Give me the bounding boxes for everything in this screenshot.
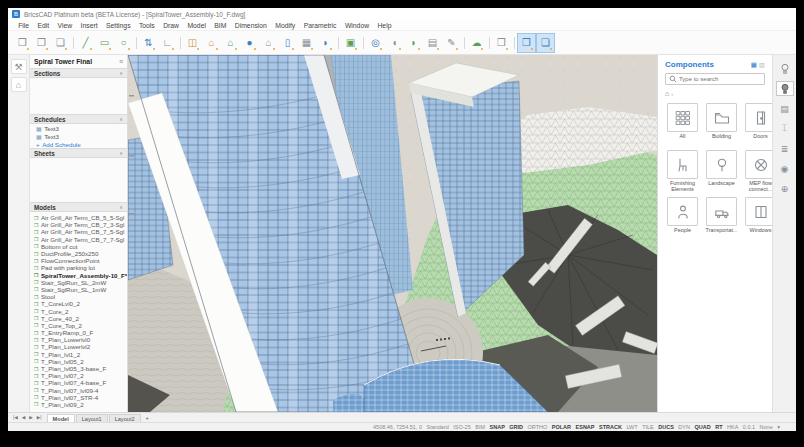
tile-furnishing[interactable]: Furnishing Elements xyxy=(665,150,700,192)
model-item[interactable]: ❒ Air Grill_Air Term_CB_7_7-Sgl xyxy=(30,236,127,243)
menu-item[interactable]: Draw xyxy=(159,22,183,29)
composition-icon[interactable]: ≣ xyxy=(776,141,794,156)
lightbulb-on-icon[interactable] xyxy=(776,81,794,96)
tile-landscape[interactable]: Landscape xyxy=(704,150,739,192)
model-item[interactable]: ❒ FlowConnectionPoint xyxy=(30,257,127,264)
menu-item[interactable]: Window xyxy=(341,22,374,29)
tile-building[interactable]: Building xyxy=(704,103,739,145)
status-field[interactable]: ISO-25 xyxy=(453,424,470,430)
model-item[interactable]: ❒ Stair_SglRun_SL_2mW xyxy=(30,279,127,286)
house-icon[interactable]: ⌂ xyxy=(202,33,221,53)
layout-tab[interactable]: Layout2 xyxy=(109,414,141,422)
building-icon[interactable]: ⌂ xyxy=(259,33,278,53)
status-field[interactable]: None xyxy=(760,424,773,430)
model-item[interactable]: ❒ Air Grill_Air Term_CB_7_3-Sgl xyxy=(30,221,127,228)
menu-item[interactable]: Model xyxy=(183,22,210,29)
shell-add-icon[interactable]: ◗ xyxy=(404,33,423,53)
annotate-icon[interactable]: ✎ xyxy=(442,33,461,53)
wall-icon[interactable]: ❐ xyxy=(32,33,51,53)
massing-icon[interactable]: ◗ xyxy=(316,33,335,53)
column-icon[interactable]: ◫ xyxy=(183,33,202,53)
menu-item[interactable]: Tools xyxy=(135,22,159,29)
status-field[interactable]: STRACK xyxy=(599,424,622,430)
status-field[interactable]: Standard xyxy=(426,424,448,430)
search-input[interactable] xyxy=(679,76,761,82)
render-sphere-icon[interactable]: ◉ xyxy=(776,161,794,176)
tile-transportation[interactable]: Transportat... xyxy=(704,197,739,239)
model-item[interactable]: ❒ T_Plan_lvl09_2 xyxy=(30,401,127,408)
section-plane-icon[interactable]: ⌶ xyxy=(776,121,794,136)
cloud-icon[interactable]: ☁ xyxy=(467,33,486,53)
menu-item[interactable]: Dimension xyxy=(231,22,271,29)
shaded-view-icon[interactable]: ❒ xyxy=(517,33,536,53)
status-field[interactable]: ▾ xyxy=(777,424,780,430)
status-field[interactable]: ESNAP xyxy=(576,424,595,430)
ucs-icon[interactable]: ⇅ xyxy=(139,33,158,53)
stamp-icon[interactable]: ▤ xyxy=(423,33,442,53)
model-item[interactable]: ❒ T_Core_40_2 xyxy=(30,315,127,322)
menu-item[interactable]: View xyxy=(53,22,76,29)
menu-item[interactable]: Settings xyxy=(102,22,135,29)
add-layout-button[interactable]: + xyxy=(142,413,153,422)
model-item[interactable]: ❒ T_Plan_Lowerlvl2 xyxy=(30,343,127,350)
sheets-header[interactable]: Sheets ∧ xyxy=(30,148,127,158)
sphere-icon[interactable]: ● xyxy=(240,33,259,53)
box-icon[interactable]: ❒ xyxy=(13,33,32,53)
model-item[interactable]: ❒ T_EntryRamp_0_F xyxy=(30,329,127,336)
profile-icon[interactable]: ∟ xyxy=(158,33,177,53)
model-item[interactable]: ❒ T_Core_2 xyxy=(30,307,127,314)
circle-icon[interactable]: ○ xyxy=(114,33,133,53)
model-item[interactable]: ❒ Air Grill_Air Term_CB_5_5-Sgl xyxy=(30,214,127,221)
tile-mep-flow[interactable]: MEP flow connect... xyxy=(743,150,772,192)
tile-doors[interactable]: Doors xyxy=(743,103,772,145)
globe-icon[interactable]: ⊕ xyxy=(776,181,794,196)
viewport-3d[interactable] xyxy=(128,55,657,412)
polyline-icon[interactable]: ▭ xyxy=(95,33,114,53)
model-item[interactable]: ❒ T_Plan_lvl1_2 xyxy=(30,351,127,358)
roof-icon[interactable]: ⌂ xyxy=(221,33,240,53)
add-schedule-link[interactable]: + Add Schedule xyxy=(30,140,127,148)
menu-item[interactable]: Insert xyxy=(76,22,101,29)
menu-item[interactable]: Modify xyxy=(271,22,299,29)
shell-icon[interactable]: ◖ xyxy=(385,33,404,53)
model-item[interactable]: ❒ T_Plan_lvl07_2 xyxy=(30,372,127,379)
model-item[interactable]: ❒ T_Plan_lvl05_2 xyxy=(30,358,127,365)
status-field[interactable]: DYN xyxy=(678,424,690,430)
model-item[interactable]: ❒ T_CoreLvl0_2 xyxy=(30,300,127,307)
schedule-item[interactable]: ▦ Text3 xyxy=(30,124,127,132)
model-item[interactable]: ❒ T_Plan_lvl05_3-base_F xyxy=(30,365,127,372)
status-field[interactable]: 0.0.1 xyxy=(743,424,755,430)
models-header[interactable]: Models ∧ xyxy=(30,202,127,212)
tools-icon[interactable]: ⚒ xyxy=(11,59,27,74)
tile-people[interactable]: People xyxy=(665,197,700,239)
tab-nav-arrow[interactable]: ▶ xyxy=(28,415,34,420)
wireframe-view-icon[interactable]: ❏ xyxy=(536,33,555,53)
status-field[interactable]: BIM xyxy=(475,424,485,430)
schedule-item[interactable]: ▦ Text3 xyxy=(30,132,127,140)
model-item[interactable]: ❒ T_Plan_lvl07_STR-4 xyxy=(30,394,127,401)
sections-header[interactable]: Sections ∧ xyxy=(30,68,127,78)
status-field[interactable]: HKA xyxy=(727,424,738,430)
home-icon[interactable]: ⌂ xyxy=(665,90,669,97)
status-field[interactable]: ORTHO xyxy=(528,424,548,430)
grid-view-icon[interactable]: ▦ xyxy=(751,61,757,69)
status-field[interactable]: LWT xyxy=(626,424,637,430)
menu-item[interactable]: File xyxy=(14,22,33,29)
model-item[interactable]: ❒ Bottom of cut xyxy=(30,243,127,250)
panel-menu-icon[interactable]: ≡ xyxy=(119,58,123,65)
tab-nav-arrow[interactable]: ▶| xyxy=(36,415,43,420)
model-item[interactable]: ❒ T_Core_Top_2 xyxy=(30,322,127,329)
model-item[interactable]: ❒ DuctProfile_250x250 xyxy=(30,250,127,257)
model-item[interactable]: ❒ Stair_SglRun_SL_1mW xyxy=(30,286,127,293)
menu-item[interactable]: Parametric xyxy=(299,22,340,29)
layout-tab[interactable]: Model xyxy=(47,414,75,422)
components-search[interactable] xyxy=(665,73,765,85)
hatch-layers-icon[interactable]: ▤ xyxy=(776,101,794,116)
model-item[interactable]: ❒ T_Plan_lvl07_lvl09-4 xyxy=(30,387,127,394)
station-icon[interactable]: ◎ xyxy=(366,33,385,53)
status-field[interactable]: SNAP xyxy=(490,424,505,430)
status-field[interactable]: RT xyxy=(715,424,722,430)
status-field[interactable]: POLAR xyxy=(552,424,571,430)
model-item[interactable]: ❒ Pad with parking lot xyxy=(30,264,127,271)
model-item[interactable]: ❒ SpiralTower_Assembly-10_F* xyxy=(30,272,127,279)
